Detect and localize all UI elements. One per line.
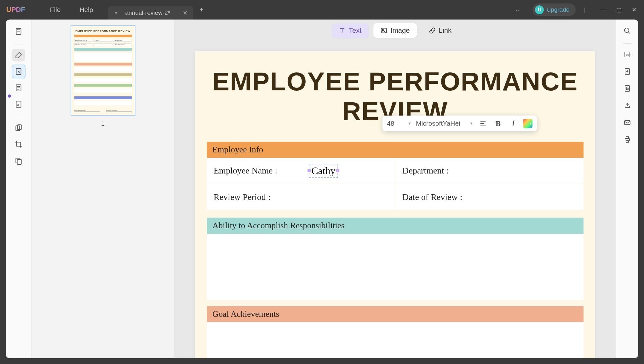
help-menu[interactable]: Help [70,6,102,14]
link-icon [429,27,436,34]
organize-tool-button[interactable] [12,122,25,134]
svg-rect-8 [16,101,21,107]
employee-name-label: Employee Name : [214,166,277,176]
chevron-down-icon: ▼ [408,121,411,126]
minimize-icon[interactable]: ― [601,6,606,13]
right-toolbar: OCR [616,20,638,358]
search-button[interactable] [622,25,633,37]
chevron-down-icon: ▼ [469,121,473,126]
svg-rect-27 [626,137,629,139]
crop-tool-button[interactable] [12,138,25,151]
svg-line-19 [628,32,630,33]
svg-rect-0 [16,28,21,35]
edit-tool-button[interactable] [12,65,25,78]
print-button[interactable] [622,134,633,145]
edit-mode-toolbar: Text Image Link [332,23,458,38]
titlebar: UPDF | File Help ▼ annual-review-2* ✕ + … [0,0,644,20]
svg-rect-25 [624,121,630,125]
active-indicator-icon [8,94,11,98]
close-tab-icon[interactable]: ✕ [183,9,187,16]
app-logo: UPDF [6,6,25,14]
chevron-down-icon: ▾ [530,122,532,126]
align-button[interactable] [478,118,488,129]
chevron-down-icon[interactable]: ⌄ [515,7,522,12]
form-tool-button[interactable] [12,82,25,94]
view-tool-button[interactable] [12,25,25,38]
maximize-icon[interactable]: ▢ [616,6,622,13]
document-tab[interactable]: ▼ annual-review-2* ✕ [108,6,193,20]
share-button[interactable] [622,100,633,111]
text-mode-label: Text [349,26,361,35]
ocr-button[interactable]: OCR [622,49,633,60]
sign-tool-button[interactable] [12,98,25,111]
bold-button[interactable]: B [493,118,503,129]
responsibilities-body[interactable] [207,234,584,300]
svg-text:OCR: OCR [626,54,631,56]
close-icon[interactable]: ✕ [632,6,636,13]
thumb-title: EMPLOYEE PERFORMANCE REVIEW [74,30,132,33]
selection-handle-icon[interactable] [336,169,339,172]
date-of-review-label: Date of Review : [402,192,463,202]
font-family-selector[interactable]: MicrosoftYaHei ▼ [416,120,473,127]
goals-body[interactable] [207,322,584,358]
text-icon [339,27,346,34]
separator: | [32,7,41,13]
page-thumbnail[interactable]: EMPLOYEE PERFORMANCE REVIEW Employee Nam… [71,25,135,116]
svg-rect-24 [626,88,628,90]
add-tab-button[interactable]: + [199,6,204,14]
tab-title: annual-review-2* [125,9,170,16]
export-button[interactable] [622,66,633,77]
page-number: 1 [101,120,105,127]
italic-button[interactable]: I [508,118,519,129]
document-page[interactable]: EMPLOYEE PERFORMANCE REVIEW Employee Inf… [195,51,595,358]
date-of-review-cell[interactable]: Date of Review : [395,184,584,210]
document-area: Text Image Link EMPLOYEE PERFORMANCE REV… [175,20,616,358]
svg-rect-23 [625,86,630,91]
separator: | [580,7,589,13]
selection-handle-icon[interactable] [308,169,311,172]
image-icon [380,27,387,34]
redact-tool-button[interactable] [12,154,25,167]
font-size-selector[interactable]: 48 ▼ [387,120,411,127]
department-cell[interactable]: Department : [395,158,584,184]
left-toolbar [6,20,32,358]
text-format-toolbar: 48 ▼ MicrosoftYaHei ▼ B I ▾ [382,116,537,131]
section-header-responsibilities[interactable]: Ability to Accomplish Responsibilities [207,218,584,234]
employee-name-value[interactable]: Cathy [309,164,338,178]
department-label: Department : [402,166,449,176]
font-size-value: 48 [387,120,394,127]
thumbnail-panel: EMPLOYEE PERFORMANCE REVIEW Employee Nam… [32,20,175,358]
file-menu[interactable]: File [41,6,70,14]
highlight-tool-button[interactable] [12,49,25,61]
image-mode-button[interactable]: Image [373,23,417,38]
align-left-icon [480,120,486,127]
tab-dropdown-icon[interactable]: ▼ [114,10,118,15]
user-badge-icon: U [535,5,544,14]
text-mode-button[interactable]: Text [332,23,368,38]
section-header-employee-info[interactable]: Employee Info [207,142,584,158]
upgrade-label: Upgrade [546,6,569,13]
employee-name-cell[interactable]: Employee Name : Cathy [207,158,395,184]
image-mode-label: Image [390,26,410,35]
svg-point-18 [624,28,629,32]
protect-button[interactable] [622,83,633,94]
section-header-goals[interactable]: Goal Achievements [207,306,584,322]
link-mode-label: Link [439,26,451,35]
link-mode-button[interactable]: Link [422,23,458,38]
svg-rect-12 [17,160,21,164]
svg-rect-28 [626,140,629,142]
review-period-label: Review Period : [214,192,270,202]
upgrade-button[interactable]: U Upgrade [532,3,576,16]
text-color-button[interactable]: ▾ [523,119,532,128]
font-family-value: MicrosoftYaHei [416,120,460,127]
review-period-cell[interactable]: Review Period : [207,184,395,210]
email-button[interactable] [622,117,633,128]
